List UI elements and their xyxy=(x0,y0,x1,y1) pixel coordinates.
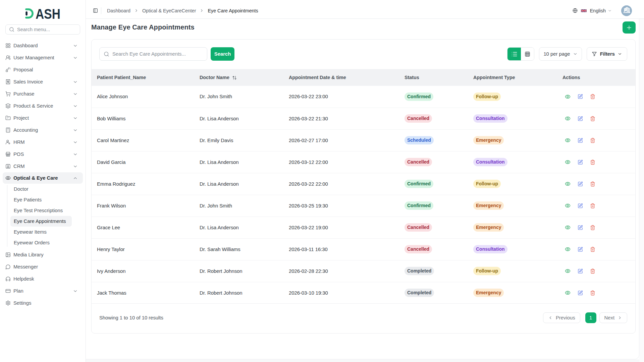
svg-text:ASH: ASH xyxy=(36,7,60,19)
